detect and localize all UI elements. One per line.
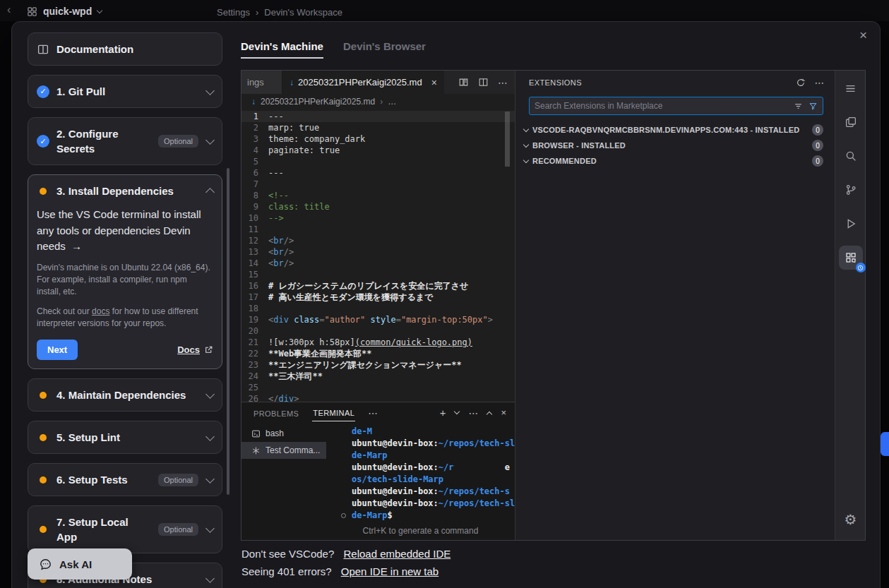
chevron-down-icon[interactable] [205, 574, 215, 583]
maximize-panel-icon[interactable] [487, 411, 492, 416]
code-line[interactable]: 3theme: company_dark [241, 133, 515, 145]
code-line[interactable]: 16# レガシーシステムのリプレイスを安全に完了させ [241, 280, 515, 292]
chevron-down-icon[interactable] [205, 432, 215, 441]
code-line[interactable]: 23**エンジニアリング課セクションマネージャー** [241, 359, 515, 371]
command-decoration-icon[interactable] [341, 513, 346, 518]
code-line[interactable]: 18 [241, 303, 515, 314]
code-line[interactable]: 19<div class="author" style="margin-top:… [241, 314, 515, 325]
code-line[interactable]: 4paginate: true [241, 145, 515, 156]
tab-terminal[interactable]: TERMINAL [312, 404, 355, 421]
arrow-right-icon[interactable]: → [71, 240, 82, 252]
open-ide-new-tab-link[interactable]: Open IDE in new tab [341, 565, 438, 577]
code-line[interactable]: 5 [241, 156, 515, 167]
breadcrumb-current: Devin's Workspace [264, 7, 342, 18]
step-card-install-dependencies[interactable]: 3. Install Dependencies Use the VS Code … [28, 174, 222, 369]
filter-lines-icon[interactable] [794, 102, 803, 111]
docs-link[interactable]: Docs [177, 344, 213, 355]
step-card-maintain-dependencies[interactable]: 4. Maintain Dependencies [28, 378, 222, 412]
chevron-up-icon[interactable] [205, 188, 215, 197]
chevron-down-icon[interactable] [205, 474, 215, 484]
chevron-down-icon[interactable] [205, 390, 215, 399]
code-line[interactable]: 21![w:300px h:58px](common/quick-logo.pn… [241, 337, 515, 348]
terminal-instance-bash[interactable]: bash [241, 425, 326, 442]
new-terminal-icon[interactable]: + [440, 407, 446, 419]
refresh-icon[interactable] [796, 78, 806, 88]
editor-tab-clipped[interactable]: ings [241, 71, 282, 94]
close-icon[interactable]: × [859, 28, 867, 43]
next-button[interactable]: Next [37, 340, 78, 360]
extensions-more-icon[interactable]: ⋯ [815, 77, 825, 88]
settings-gear-icon[interactable]: ⚙ [835, 508, 866, 532]
code-line[interactable]: 20 [241, 325, 515, 337]
code-line[interactable]: 15 [241, 269, 515, 280]
code-line[interactable]: 22**Web事業企画開発本部** [241, 348, 515, 359]
explorer-icon[interactable] [835, 110, 866, 134]
source-control-icon[interactable] [835, 178, 866, 202]
step-card-configure-secrets[interactable]: ✓ 2. Configure Secrets Optional [28, 117, 222, 165]
code-line[interactable]: 14<br/> [241, 258, 515, 269]
code-line[interactable]: 7 [241, 179, 515, 190]
more-panels-icon[interactable]: ⋯ [368, 407, 378, 419]
back-arrow-icon[interactable]: ‹ [7, 4, 11, 16]
tab-problems[interactable]: PROBLEMS [253, 404, 299, 421]
code-line[interactable]: 26</div> [241, 393, 515, 402]
run-debug-icon[interactable] [835, 212, 866, 236]
code-line[interactable]: 17# 高い生産性とモダン環境を獲得するまで [241, 292, 515, 303]
code-line[interactable]: 24**三木洋司** [241, 371, 515, 382]
code-line[interactable]: 9class: title [241, 201, 515, 212]
repo-selector[interactable]: quick-wpd [27, 6, 102, 17]
docs-inline-link[interactable]: docs [92, 306, 109, 316]
editor-tab-active[interactable]: ↓ 20250321PHPerKaigi2025.md × [282, 71, 444, 94]
terminal-line: de-M [352, 426, 515, 438]
code-line[interactable]: 1--- [241, 111, 515, 122]
terminal-instance-test-command[interactable]: Test Comma... [241, 442, 326, 459]
ask-ai-button[interactable]: Ask AI [28, 548, 132, 580]
split-editor-icon[interactable] [478, 77, 489, 88]
step-card-setup-lint[interactable]: 5. Setup Lint [28, 421, 222, 454]
tab-devins-browser[interactable]: Devin's Browser [343, 40, 426, 59]
activity-bar-item-extensions[interactable] [835, 246, 866, 270]
terminal-dropdown-icon[interactable] [454, 409, 460, 414]
code-line[interactable]: 25 [241, 382, 515, 393]
terminal-more-icon[interactable]: ⋯ [468, 407, 478, 419]
code-line[interactable]: 10--> [241, 212, 515, 224]
chevron-down-icon [523, 142, 529, 148]
embedded-vscode: ings ↓ 20250321PHPerKaigi2025.md × ⋯ [241, 70, 866, 541]
code-line[interactable]: 13<br/> [241, 246, 515, 258]
editor-scrollbar[interactable] [505, 112, 510, 167]
terminal-icon [251, 429, 261, 438]
reload-ide-link[interactable]: Reload embedded IDE [343, 548, 451, 560]
code-line[interactable]: 2marp: true [241, 122, 515, 133]
filter-funnel-icon[interactable] [809, 102, 818, 111]
step-card-setup-tests[interactable]: 6. Setup Tests Optional [28, 463, 222, 496]
editor-breadcrumb[interactable]: ↓ 20250321PHPerKaigi2025.md › … [241, 94, 515, 109]
extensions-search-input[interactable] [535, 101, 788, 111]
open-preview-icon[interactable] [458, 77, 469, 88]
terminal-viewport[interactable]: de-Mubuntu@devin-box:~/repos/tech-slde-M… [326, 423, 515, 540]
chat-bubble-icon [39, 558, 52, 571]
extensions-section-installed-remote[interactable]: VSCODE-RAQBVNQRMCBBRSNM.DEVINAPPS.COM:44… [515, 122, 835, 138]
chevron-down-icon[interactable] [205, 524, 215, 534]
sidebar-scrollbar[interactable] [227, 168, 229, 495]
step-card-setup-local-app[interactable]: 7. Setup Local App Optional [28, 505, 222, 553]
close-panel-icon[interactable]: × [501, 407, 506, 418]
chevron-down-icon[interactable] [205, 86, 215, 95]
breadcrumb-settings[interactable]: Settings [217, 7, 250, 18]
edge-notification-sliver[interactable] [881, 432, 889, 456]
more-actions-icon[interactable]: ⋯ [498, 77, 508, 88]
tab-devins-machine[interactable]: Devin's Machine [241, 40, 323, 59]
chevron-down-icon[interactable] [205, 136, 215, 145]
tab-close-icon[interactable]: × [431, 77, 437, 88]
search-icon[interactable] [835, 144, 866, 168]
code-line[interactable]: 6--- [241, 167, 515, 179]
code-line[interactable]: 8<!-- [241, 190, 515, 201]
code-line[interactable]: 11 [241, 224, 515, 235]
step-card-git-pull[interactable]: ✓ 1. Git Pull [28, 75, 222, 108]
documentation-card[interactable]: Documentation [28, 32, 222, 66]
extensions-section-installed-browser[interactable]: BROWSER - INSTALLED 0 [515, 138, 835, 153]
code-line[interactable]: 12<br/> [241, 235, 515, 246]
code-text: --> [268, 212, 284, 224]
code-editor[interactable]: 1---2marp: true3theme: company_dark4pagi… [241, 109, 515, 402]
menu-icon[interactable] [835, 76, 866, 100]
extensions-section-recommended[interactable]: RECOMMENDED 0 [515, 153, 835, 169]
